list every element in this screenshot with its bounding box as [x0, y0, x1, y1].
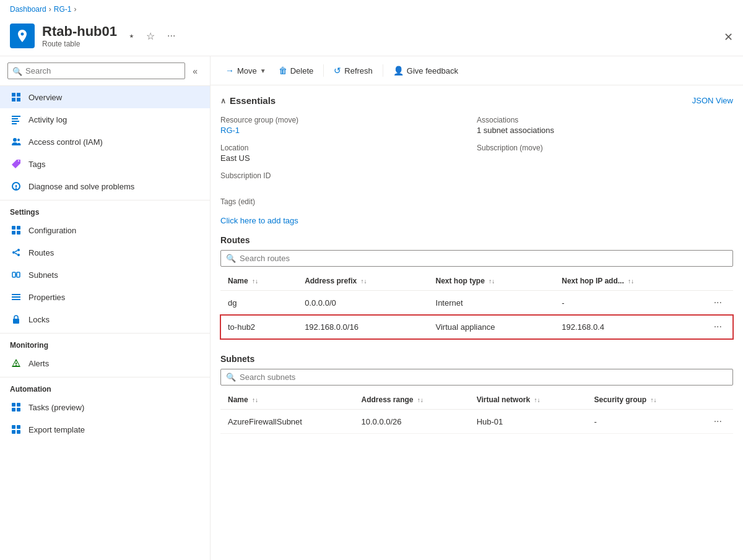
sidebar-label-subnets: Subnets — [28, 270, 58, 280]
sidebar-label-locks: Locks — [28, 315, 50, 324]
resource-title: Rtab-hub01 Route table — [42, 24, 117, 48]
subnets-col-actions — [703, 390, 733, 410]
sort-icon-subnet-sg: ↑↓ — [651, 397, 657, 403]
sidebar-item-alerts[interactable]: Alerts — [0, 352, 210, 374]
json-view-link[interactable]: JSON View — [692, 96, 733, 105]
sidebar-label-export: Export template — [28, 425, 85, 434]
sidebar-label-properties: Properties — [28, 293, 65, 302]
tags-icon — [10, 158, 22, 170]
subnet-row-azurefirewall[interactable]: AzureFirewallSubnet 10.0.0.0/26 Hub-01 -… — [220, 410, 733, 434]
route-more-button-dg[interactable]: ··· — [710, 296, 726, 309]
export-icon — [10, 423, 22, 436]
resource-name: Rtab-hub01 — [42, 24, 117, 40]
subnet-more-azurefirewall[interactable]: ··· — [703, 410, 733, 434]
routes-col-address[interactable]: Address prefix ↑↓ — [297, 272, 428, 291]
sidebar-label-routes: Routes — [28, 248, 54, 257]
essentials-associations: Associations 1 subnet associations — [477, 113, 733, 141]
favorite-filled-icon[interactable]: ⭑ — [127, 28, 136, 44]
activity-log-icon — [10, 113, 22, 126]
subnets-section: Subnets 🔍 Name ↑↓ Address range — [220, 354, 733, 434]
sidebar-search-input[interactable] — [7, 62, 185, 79]
route-more-dg[interactable]: ··· — [703, 291, 733, 315]
sidebar-item-access-control[interactable]: Access control (IAM) — [0, 131, 210, 153]
sidebar-item-locks[interactable]: Locks — [0, 308, 210, 330]
routes-search-box: 🔍 — [220, 250, 733, 267]
monitoring-section-header: Monitoring — [0, 333, 210, 352]
subnet-vnet-azurefirewall: Hub-01 — [469, 410, 587, 434]
sidebar-item-export[interactable]: Export template — [0, 418, 210, 441]
sidebar-item-subnets[interactable]: Subnets — [0, 264, 210, 286]
sidebar-label-tasks: Tasks (preview) — [28, 403, 84, 412]
sidebar-item-activity-log[interactable]: Activity log — [0, 108, 210, 131]
delete-button[interactable]: 🗑 Delete — [274, 62, 319, 79]
sidebar-label-access-control: Access control (IAM) — [28, 137, 103, 147]
header-actions: ⭑ ☆ ··· — [127, 28, 178, 45]
feedback-button[interactable]: 👤 Give feedback — [388, 62, 463, 79]
sidebar-collapse-button[interactable]: « — [188, 64, 202, 79]
sidebar-item-tasks[interactable]: Tasks (preview) — [0, 396, 210, 418]
more-options-icon[interactable]: ··· — [165, 28, 178, 44]
route-address-to-hub2: 192.168.0.0/16 — [297, 315, 428, 339]
routes-table: Name ↑↓ Address prefix ↑↓ Next hop type … — [220, 272, 733, 339]
subnets-col-vnet[interactable]: Virtual network ↑↓ — [469, 390, 587, 410]
routes-search-input[interactable] — [240, 254, 728, 263]
svg-point-8 — [13, 138, 17, 142]
favorite-icon[interactable]: ☆ — [144, 28, 157, 45]
rg1-link[interactable]: RG-1 — [220, 126, 240, 135]
sidebar-item-diagnose[interactable]: Diagnose and solve problems — [0, 175, 210, 197]
routes-col-hop-type[interactable]: Next hop type ↑↓ — [428, 272, 555, 291]
toolbar: → Move ▼ 🗑 Delete ↺ Refresh 👤 Give feedb… — [211, 56, 743, 85]
svg-rect-13 — [17, 231, 20, 235]
sidebar-label-alerts: Alerts — [28, 359, 49, 368]
sidebar-item-routes[interactable]: Routes — [0, 241, 210, 264]
refresh-icon: ↺ — [334, 66, 341, 75]
routes-col-actions — [703, 272, 733, 291]
breadcrumb-rg1[interactable]: RG-1 — [54, 5, 72, 14]
sort-icon-hop-type: ↑↓ — [489, 278, 495, 285]
route-row-dg[interactable]: dg 0.0.0.0/0 Internet - ··· — [220, 291, 733, 315]
subnets-col-range[interactable]: Address range ↑↓ — [354, 390, 469, 410]
routes-col-hop-ip[interactable]: Next hop IP add... ↑↓ — [554, 272, 702, 291]
svg-rect-5 — [12, 118, 18, 119]
refresh-button[interactable]: ↺ Refresh — [329, 62, 378, 79]
content-body: ∧ Essentials JSON View Resource group (m… — [211, 85, 743, 459]
route-more-to-hub2[interactable]: ··· — [703, 315, 733, 339]
resource-icon — [10, 24, 35, 48]
svg-point-15 — [17, 249, 20, 251]
sidebar-item-tags[interactable]: Tags — [0, 153, 210, 175]
svg-rect-27 — [17, 403, 20, 407]
sidebar-item-configuration[interactable]: Configuration — [0, 219, 210, 241]
toolbar-divider — [323, 64, 324, 77]
overview-icon — [10, 91, 22, 103]
breadcrumb-dashboard[interactable]: Dashboard — [10, 5, 46, 14]
sidebar-item-overview[interactable]: Overview — [0, 86, 210, 108]
sidebar-label-diagnose: Diagnose and solve problems — [28, 182, 134, 191]
subnets-col-sg[interactable]: Security group ↑↓ — [586, 390, 702, 410]
svg-point-16 — [17, 254, 20, 256]
subnet-range-azurefirewall: 10.0.0.0/26 — [354, 410, 469, 434]
svg-rect-25 — [13, 319, 19, 324]
route-more-button-to-hub2[interactable]: ··· — [710, 320, 726, 334]
move-button[interactable]: → Move ▼ — [220, 62, 271, 79]
move-dropdown-icon: ▼ — [260, 67, 266, 74]
essentials-grid: Resource group (move) RG-1 Associations … — [220, 113, 733, 187]
subnets-col-name[interactable]: Name ↑↓ — [220, 390, 354, 410]
settings-section-header: Settings — [0, 200, 210, 219]
automation-section-header: Automation — [0, 377, 210, 396]
sidebar-nav: Overview Activity log Access control (IA… — [0, 86, 210, 560]
route-row-to-hub2[interactable]: to-hub2 192.168.0.0/16 Virtual appliance… — [220, 315, 733, 339]
tags-edit-link[interactable]: edit — [241, 197, 253, 206]
essentials-title[interactable]: ∧ Essentials — [220, 95, 276, 106]
feedback-icon: 👤 — [393, 66, 404, 75]
subnet-more-button-azurefirewall[interactable]: ··· — [710, 415, 726, 428]
svg-rect-28 — [12, 408, 15, 411]
sidebar-item-properties[interactable]: Properties — [0, 286, 210, 308]
routes-col-name[interactable]: Name ↑↓ — [220, 272, 297, 291]
svg-point-9 — [17, 139, 20, 141]
route-name-to-hub2: to-hub2 — [220, 315, 297, 339]
svg-rect-26 — [12, 403, 15, 407]
subnets-search-input[interactable] — [240, 373, 728, 382]
tags-add-link[interactable]: Click here to add tags — [220, 216, 733, 225]
close-button[interactable]: ✕ — [724, 30, 733, 44]
svg-rect-12 — [12, 231, 15, 235]
